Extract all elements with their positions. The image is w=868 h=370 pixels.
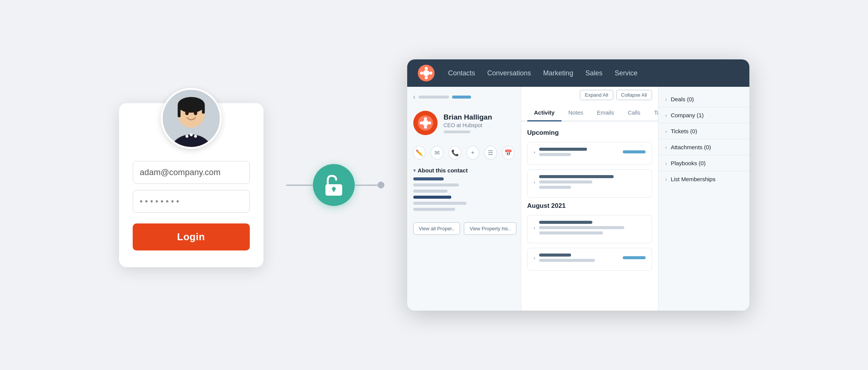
svg-point-25 <box>428 121 431 124</box>
password-input[interactable] <box>133 190 250 213</box>
nav-conversations[interactable]: Conversations <box>487 69 531 77</box>
card-header-4: › <box>534 254 646 262</box>
contact-info: Brian Halligan CEO at Hubspot <box>444 113 492 133</box>
deals-label: Deals (0) <box>671 96 694 102</box>
collapse-all-button[interactable]: Collapse All <box>616 90 652 100</box>
phone-icon[interactable]: 📞 <box>449 146 461 159</box>
right-company[interactable]: › Company (1) <box>659 107 749 123</box>
about-chevron-icon[interactable]: ▾ <box>413 168 416 173</box>
august-title: August 2021 <box>527 202 652 210</box>
right-playbooks[interactable]: › Playbooks (0) <box>659 155 749 171</box>
list-memberships-label: List Memberships <box>671 176 716 182</box>
attachments-label: Attachments (0) <box>671 144 711 150</box>
line-block-1 <box>539 148 619 156</box>
avatar-container <box>133 88 250 149</box>
line-3-2 <box>539 226 624 229</box>
contact-profile: Brian Halligan CEO at Hubspot <box>413 108 515 138</box>
tickets-label: Tickets (0) <box>671 128 697 134</box>
card-chevron-icon-2[interactable]: › <box>534 179 535 185</box>
upcoming-title: Upcoming <box>527 129 652 137</box>
list-memberships-chevron-icon: › <box>665 176 667 182</box>
svg-point-9 <box>185 111 189 115</box>
left-panel: ‹ <box>407 87 521 311</box>
right-list-memberships[interactable]: › List Memberships <box>659 171 749 187</box>
company-chevron-icon: › <box>665 112 667 118</box>
hubspot-window: Contacts Conversations Marketing Sales S… <box>407 59 749 311</box>
connector-dot <box>378 182 384 188</box>
view-property-history-button[interactable]: View Property his.. <box>464 222 516 235</box>
calendar-icon[interactable]: 📅 <box>502 146 515 159</box>
edit-icon[interactable]: ✏️ <box>413 146 426 159</box>
activity-card-3: › <box>527 215 652 243</box>
card-badge-1 <box>623 150 646 153</box>
right-deals[interactable]: › Deals (0) <box>659 91 749 107</box>
contact-title: CEO at Hubspot <box>444 122 492 128</box>
tab-calls[interactable]: Calls <box>621 105 647 121</box>
expand-all-button[interactable]: Expand All <box>580 90 613 100</box>
right-attachments[interactable]: › Attachments (0) <box>659 139 749 155</box>
nav-sales[interactable]: Sales <box>586 69 603 77</box>
right-panel: › Deals (0) › Company (1) › Tickets (0) … <box>658 87 749 311</box>
note-icon[interactable]: ☰ <box>484 146 497 159</box>
back-arrow-icon[interactable]: ‹ <box>413 93 416 101</box>
card-badge-4 <box>623 256 646 259</box>
attachments-chevron-icon: › <box>665 144 667 150</box>
hubspot-logo <box>418 65 435 81</box>
back-row: ‹ <box>413 93 515 101</box>
prop-bar-6 <box>413 208 455 211</box>
card-chevron-icon-4[interactable]: › <box>534 255 535 261</box>
add-icon[interactable]: + <box>467 146 479 159</box>
svg-rect-4 <box>178 105 181 117</box>
tab-notes[interactable]: Notes <box>562 105 590 121</box>
line-3-1 <box>539 221 592 224</box>
svg-rect-5 <box>202 105 205 113</box>
tab-emails[interactable]: Emails <box>590 105 621 121</box>
line-4-2 <box>539 259 595 262</box>
svg-point-8 <box>194 135 197 138</box>
line-block-3 <box>539 221 646 234</box>
svg-point-23 <box>424 126 427 129</box>
view-all-props-button[interactable]: View all Proper.. <box>413 222 460 235</box>
breadcrumb-bar <box>419 96 449 99</box>
avatar <box>161 88 222 149</box>
svg-point-21 <box>422 120 428 126</box>
hubspot-nav: Contacts Conversations Marketing Sales S… <box>407 59 749 87</box>
card-chevron-icon-3[interactable]: › <box>534 225 535 231</box>
breadcrumb-bar2 <box>452 96 471 99</box>
prop-bar-2 <box>413 183 459 187</box>
line-2-2 <box>539 180 592 183</box>
nav-contacts[interactable]: Contacts <box>448 69 475 77</box>
tickets-chevron-icon: › <box>665 128 667 134</box>
svg-point-24 <box>420 121 423 124</box>
card-header-1: › <box>534 148 646 156</box>
right-tickets[interactable]: › Tickets (0) <box>659 123 749 139</box>
tab-activity[interactable]: Activity <box>527 105 562 121</box>
nav-service[interactable]: Service <box>615 69 638 77</box>
email-input[interactable] <box>133 161 250 184</box>
view-buttons: View all Proper.. View Property his.. <box>413 222 515 235</box>
svg-point-22 <box>424 117 427 120</box>
svg-point-15 <box>423 70 429 76</box>
tab-tasks[interactable]: Tasks <box>647 105 658 121</box>
prop-bar-5 <box>413 202 467 205</box>
prop-bar-1 <box>413 177 444 180</box>
svg-point-3 <box>178 97 205 112</box>
login-button[interactable]: Login <box>133 223 250 250</box>
svg-rect-13 <box>333 189 335 192</box>
email-icon[interactable]: ✉ <box>431 146 443 159</box>
center-panel: Expand All Collapse All Activity Notes E… <box>521 87 658 311</box>
line-block-4 <box>539 254 619 262</box>
svg-point-10 <box>194 111 197 115</box>
line-1-2 <box>539 153 571 156</box>
activity-content: Upcoming › › <box>521 121 658 311</box>
svg-point-18 <box>420 72 423 75</box>
card-chevron-icon-1[interactable]: › <box>534 149 535 155</box>
login-card: Login <box>119 103 263 267</box>
nav-marketing[interactable]: Marketing <box>543 69 573 77</box>
company-label: Company (1) <box>671 112 704 118</box>
svg-point-16 <box>425 67 428 70</box>
svg-point-17 <box>425 76 428 79</box>
line-4-1 <box>539 254 571 257</box>
line-block-2 <box>539 175 646 189</box>
prop-bar-3 <box>413 190 447 193</box>
